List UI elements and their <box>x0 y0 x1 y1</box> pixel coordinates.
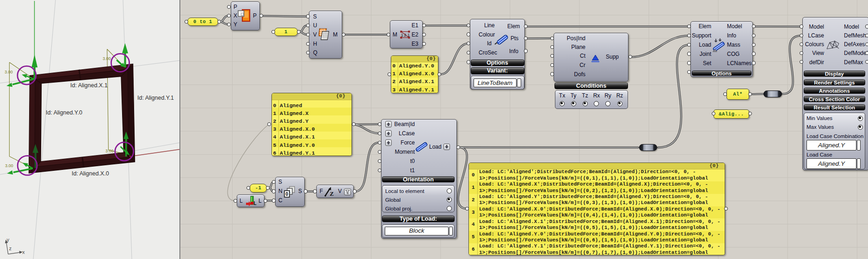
svg-text:3.00: 3.00 <box>103 56 111 61</box>
svg-text:y: y <box>7 237 10 242</box>
svg-text:2: 2 <box>404 33 406 37</box>
svg-text:1: 1 <box>401 33 403 37</box>
svg-text:Z: Z <box>330 190 334 197</box>
svg-text:1: 1 <box>407 33 410 37</box>
svg-text:0: 0 <box>286 192 289 197</box>
svg-text:3.00: 3.00 <box>5 70 13 74</box>
svg-text:3.00: 3.00 <box>5 163 13 168</box>
svg-text:x: x <box>22 249 25 255</box>
svg-text:z: z <box>9 246 12 251</box>
svg-text:3.00: 3.00 <box>105 149 114 153</box>
svg-text:L: L <box>254 201 257 206</box>
